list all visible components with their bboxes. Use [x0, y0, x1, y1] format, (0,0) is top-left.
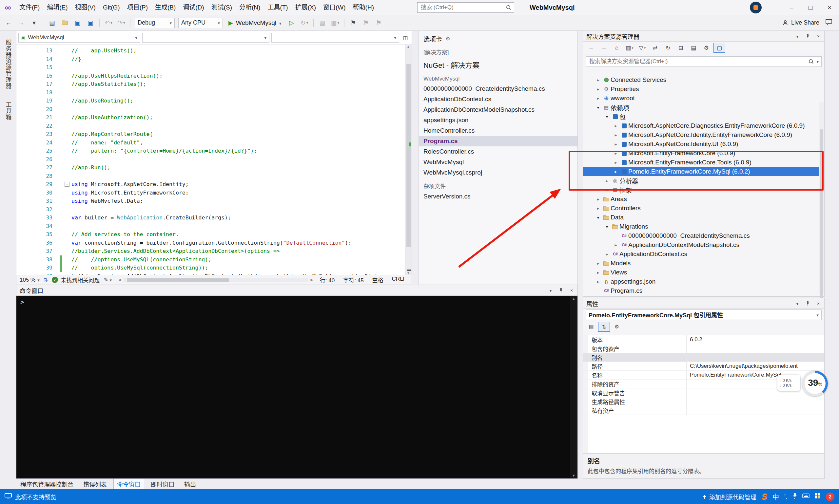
collapse-all-icon[interactable]: ⊟	[675, 43, 686, 52]
code-area[interactable]: 13// app.UseHsts();14//}1516//app.UseHtt…	[16, 44, 412, 277]
breakpoint-margin[interactable]	[16, 113, 28, 122]
tree-expand-arrow-icon[interactable]: ▸	[594, 270, 602, 275]
start-debugging-button[interactable]: ▶ WebMvcMysql	[225, 17, 285, 29]
menu-item-3[interactable]: Git(G)	[99, 0, 124, 15]
property-pages-icon[interactable]: ⚙	[611, 322, 622, 331]
next-bookmark-icon[interactable]: ⚑	[373, 17, 385, 29]
tree-expand-arrow-icon[interactable]: ▾	[603, 224, 611, 229]
property-row[interactable]: 路径C:\Users\kevin\.nuget\packages\pomelo.…	[583, 362, 824, 371]
tree-item[interactable]: ▾Migrations	[583, 222, 824, 231]
document-tab[interactable]: ApplicationDbContextModelSnapshot.cs	[419, 105, 577, 115]
sogou-input-icon[interactable]: S	[762, 491, 767, 502]
toggle-bookmark-icon[interactable]: ⚑	[347, 17, 359, 29]
tree-expand-arrow-icon[interactable]: ▸	[594, 206, 602, 211]
tree-item[interactable]: ▸C#ApplicationDbContext.cs	[583, 250, 824, 259]
minimize-button[interactable]: –	[782, 0, 801, 15]
tree-expand-arrow-icon[interactable]: ▸	[612, 242, 620, 248]
tree-item[interactable]: ▸Controllers	[583, 204, 824, 213]
scrollbar-thumb[interactable]	[127, 278, 229, 282]
tree-expand-arrow-icon[interactable]: ▸	[594, 96, 602, 101]
sync-with-active-document-icon[interactable]: ⇄	[650, 43, 661, 52]
tree-expand-arrow-icon[interactable]: ▸	[612, 123, 620, 128]
close-button[interactable]: ×	[820, 0, 839, 15]
live-share-button[interactable]: Live Share	[782, 19, 819, 26]
menu-item-0[interactable]: 文件(F)	[16, 0, 43, 15]
tree-item[interactable]: ▾▤依赖项	[583, 103, 824, 112]
se-search-input[interactable]	[589, 58, 806, 65]
window-position-icon[interactable]: ▾	[795, 34, 800, 39]
line-ending-indicator[interactable]: CRLF	[392, 276, 406, 284]
se-search-box[interactable]	[585, 56, 822, 67]
sync-document-icon[interactable]: ⇅	[43, 277, 48, 283]
document-tab[interactable]: HomeController.cs	[419, 125, 577, 136]
forward-icon[interactable]: →	[598, 43, 610, 52]
breakpoint-margin[interactable]	[16, 55, 28, 64]
navigation-history-icon[interactable]: ▾	[28, 17, 40, 29]
tree-item[interactable]: ▸{}appsettings.json	[583, 277, 824, 286]
breakpoint-margin[interactable]	[16, 188, 28, 197]
scrollbar-track[interactable]	[123, 278, 309, 282]
tree-item[interactable]: ▸⚙Properties	[583, 85, 824, 94]
bottom-tab-3[interactable]: 即时窗口	[147, 479, 178, 489]
menu-item-6[interactable]: 调试(D)	[179, 0, 207, 15]
command-window-scrollbar[interactable]	[570, 296, 577, 479]
close-icon[interactable]: ×	[569, 288, 574, 293]
tree-item[interactable]: C#Program.cs	[583, 286, 824, 295]
document-tab[interactable]: WebMvcMysql.csproj	[419, 167, 577, 178]
breakpoint-margin[interactable]	[16, 230, 28, 239]
project-dropdown[interactable]: ▣ WebMvcMysql	[18, 33, 140, 42]
side-tab-0[interactable]: 服务器资源管理器	[4, 35, 13, 93]
pin-icon[interactable]	[558, 288, 564, 293]
tree-item[interactable]: C#00000000000000_CreateIdentitySchema.cs	[583, 231, 824, 240]
breakpoint-margin[interactable]	[16, 96, 28, 105]
tree-expand-arrow-icon[interactable]: ▸	[594, 77, 602, 83]
tree-item[interactable]: ▸Microsoft.AspNetCore.Diagnostics.Entity…	[583, 121, 824, 130]
document-tab[interactable]: 00000000000000_CreateIdentitySchema.cs	[419, 84, 577, 94]
breakpoint-margin[interactable]	[16, 239, 28, 247]
breakpoint-margin[interactable]	[16, 247, 28, 255]
tree-item[interactable]: ▾包	[583, 112, 824, 121]
alphabetical-icon[interactable]: ⇅	[598, 322, 610, 332]
menu-item-1[interactable]: 编辑(E)	[43, 0, 71, 15]
document-tab[interactable]: NuGet - 解决方案	[419, 57, 577, 72]
type-dropdown[interactable]	[142, 33, 269, 42]
tree-item[interactable]: ▸C#ApplicationDbContextModelSnapshot.cs	[583, 240, 824, 250]
preview-selected-items-icon[interactable]: ▢	[714, 43, 725, 53]
document-tab[interactable]: appsettings.json	[419, 115, 577, 125]
search-box[interactable]	[417, 2, 514, 13]
tree-item[interactable]: ▸Microsoft.AspNetCore.Identity.UI (6.0.9…	[583, 140, 824, 149]
property-row[interactable]: 包含的资产	[583, 344, 824, 353]
tree-expand-arrow-icon[interactable]: ▾	[594, 105, 602, 110]
live-visual-tree-icon[interactable]: ▥▾	[329, 17, 341, 29]
redo-icon[interactable]: ↷▾	[115, 17, 127, 29]
split-editor-icon[interactable]: ◫	[401, 35, 410, 41]
scroll-right-icon[interactable]: ▶	[310, 278, 313, 282]
menu-item-8[interactable]: 分析(N)	[235, 0, 264, 15]
pin-icon[interactable]	[805, 34, 810, 39]
tree-item[interactable]: ▸Connected Services	[583, 75, 824, 85]
search-input[interactable]	[420, 4, 506, 11]
tree-expand-arrow-icon[interactable]: ▸	[603, 252, 611, 257]
document-tab[interactable]: ApplicationDbContext.cs	[419, 94, 577, 105]
breakpoint-margin[interactable]	[16, 163, 28, 172]
navigate-forward-icon[interactable]: →	[15, 17, 27, 29]
side-tab-1[interactable]: 工具箱	[4, 97, 13, 124]
property-value[interactable]: C:\Users\kevin\.nuget\packages\pomelo.en…	[687, 363, 824, 370]
scrollbar-thumb[interactable]	[406, 64, 410, 247]
document-tab[interactable]: WebMvcMysql	[419, 157, 577, 167]
editor-horizontal-scrollbar[interactable]: ◀ ▶	[118, 278, 313, 282]
close-icon[interactable]: ×	[816, 301, 821, 306]
pending-changes-filter-icon[interactable]: ▽▾	[637, 43, 648, 52]
se-scrollbar[interactable]	[819, 102, 824, 294]
start-without-debugging-icon[interactable]: ▷	[286, 17, 298, 29]
close-icon[interactable]: ×	[816, 34, 821, 39]
window-position-icon[interactable]: ▾	[548, 288, 553, 293]
menu-item-11[interactable]: 窗口(W)	[319, 0, 349, 15]
document-tab[interactable]: ServerVersion.cs	[419, 191, 577, 202]
home-icon[interactable]: ⌂	[611, 43, 622, 52]
previous-bookmark-icon[interactable]: ⚑	[360, 17, 372, 29]
editor-vertical-scrollbar[interactable]	[405, 44, 412, 275]
tree-item[interactable]: ▸⊕wwwroot	[583, 94, 824, 103]
menu-item-7[interactable]: 测试(S)	[208, 0, 235, 15]
new-project-icon[interactable]: ▤	[46, 17, 58, 29]
